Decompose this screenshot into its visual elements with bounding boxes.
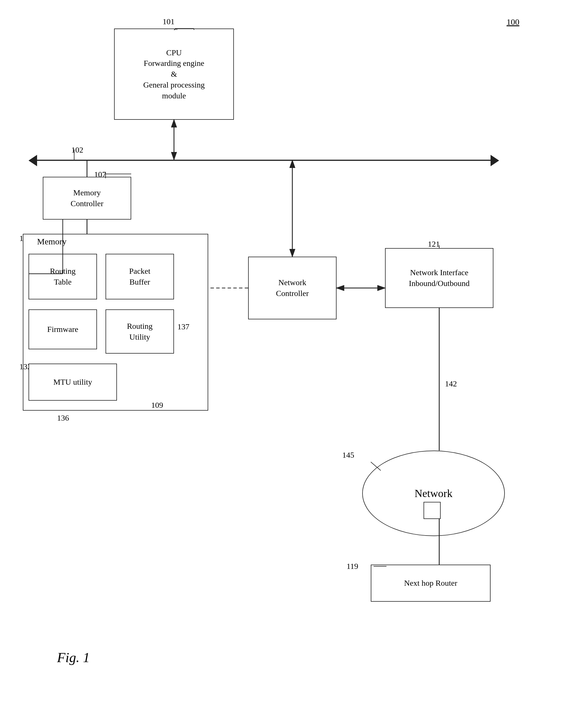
network-interface-label: Network InterfaceInbound/Outbound	[409, 267, 469, 289]
firmware-box: Firmware	[29, 309, 97, 349]
routing-utility-label: RoutingUtility	[127, 321, 153, 342]
next-hop-router-label: Next hop Router	[404, 578, 457, 589]
network-controller-label: NetworkController	[276, 277, 309, 299]
memory-label: Memory	[37, 237, 66, 246]
packet-buffer-label: PacketBuffer	[129, 266, 151, 287]
label-136: 136	[57, 413, 69, 423]
label-119: 119	[347, 562, 358, 571]
cpu-box: CPUForwarding engine&General processingm…	[114, 29, 234, 120]
network-small-square	[424, 502, 441, 519]
label-145: 145	[342, 451, 354, 460]
memory-controller-label: MemoryController	[70, 187, 103, 209]
bus-arrow-right	[491, 155, 499, 166]
label-109: 109	[151, 401, 163, 410]
routing-table-box: RoutingTable	[29, 254, 97, 299]
mtu-utility-label: MTU utility	[53, 377, 92, 388]
bus-line	[34, 160, 491, 161]
ref-100-label: 100	[507, 17, 519, 27]
label-142: 142	[445, 379, 457, 388]
firmware-label: Firmware	[47, 324, 78, 335]
network-controller-box: NetworkController	[248, 257, 337, 319]
label-101: 101	[163, 17, 175, 26]
network-ellipse: Network	[362, 451, 505, 536]
label-137: 137	[177, 322, 189, 331]
diagram: 100 101 CPUForwarding engine&General pro…	[0, 0, 565, 728]
label-121: 121	[428, 240, 440, 249]
memory-controller-box: MemoryController	[43, 177, 131, 220]
cpu-label: CPUForwarding engine&General processingm…	[143, 47, 204, 101]
next-hop-router-box: Next hop Router	[371, 565, 491, 602]
routing-utility-box: RoutingUtility	[106, 309, 174, 354]
bus-arrow-left	[29, 155, 37, 166]
routing-table-label: RoutingTable	[50, 266, 76, 287]
network-interface-box: Network InterfaceInbound/Outbound	[385, 248, 493, 308]
packet-buffer-box: PacketBuffer	[106, 254, 174, 299]
mtu-utility-box: MTU utility	[29, 364, 117, 401]
label-102: 102	[71, 145, 83, 155]
network-label: Network	[415, 487, 453, 500]
figure-label: Fig. 1	[57, 650, 90, 665]
